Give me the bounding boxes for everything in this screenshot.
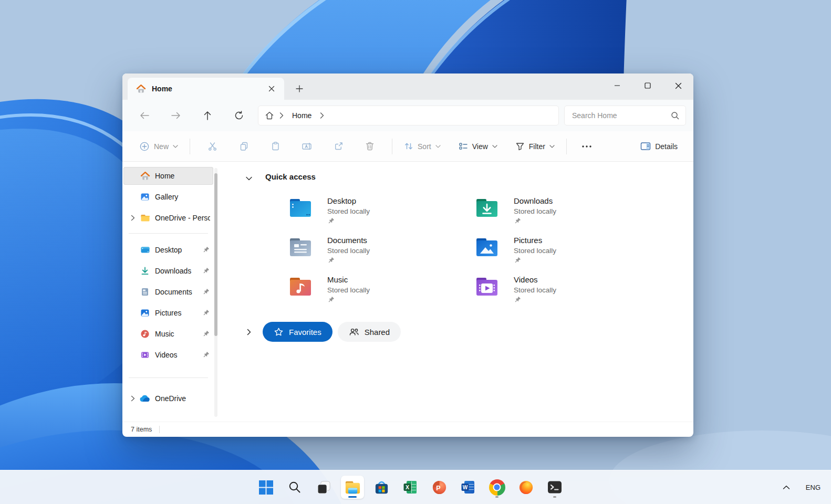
powerpoint-button[interactable]: P — [428, 476, 451, 499]
music-icon — [140, 329, 150, 339]
quick-access-header[interactable]: Quick access — [265, 172, 316, 181]
start-button[interactable] — [254, 476, 277, 499]
sort-arrows-icon — [404, 142, 413, 151]
sidebar-item-onedrive-personal[interactable]: OneDrive - Perso — [123, 209, 213, 227]
folder-status: Stored locally — [327, 246, 370, 256]
folder-item-music[interactable]: Music Stored locally — [288, 274, 474, 302]
command-toolbar: New Sort — [122, 131, 693, 162]
pin-icon — [514, 296, 556, 303]
chrome-button[interactable] — [485, 476, 508, 499]
close-icon[interactable] — [663, 74, 693, 98]
people-icon — [349, 327, 359, 337]
folder-name: Documents — [327, 235, 370, 246]
pin-icon — [327, 257, 370, 264]
filter-button[interactable]: Filter — [510, 139, 560, 154]
taskbar-search-button[interactable] — [283, 476, 306, 499]
folder-item-downloads[interactable]: Downloads Stored locally — [474, 195, 661, 223]
expand-chevron-icon[interactable] — [129, 215, 137, 221]
sidebar-item-onedrive[interactable]: OneDrive — [123, 390, 213, 407]
share-icon[interactable] — [326, 136, 350, 156]
chevron-down-icon[interactable] — [244, 173, 254, 184]
pin-icon — [514, 257, 556, 264]
word-icon: W — [460, 479, 476, 495]
sidebar-item-home[interactable]: Home — [123, 167, 213, 185]
favorites-pill-label: Favorites — [289, 328, 321, 337]
shared-pill[interactable]: Shared — [338, 322, 401, 342]
forward-icon[interactable] — [165, 106, 186, 125]
copy-icon[interactable] — [232, 136, 256, 156]
maximize-icon[interactable] — [632, 74, 663, 98]
terminal-button[interactable] — [543, 476, 566, 499]
sidebar-item-desktop[interactable]: Desktop — [123, 241, 213, 259]
terminal-icon — [547, 479, 563, 495]
tab-close-icon[interactable] — [264, 81, 279, 96]
chevron-down-icon — [435, 145, 441, 148]
breadcrumb-home-icon[interactable] — [265, 111, 274, 120]
filter-button-label: Filter — [529, 142, 545, 151]
sidebar-item-label: Gallery — [155, 193, 210, 201]
task-view-button[interactable] — [312, 476, 335, 499]
documents-folder-icon — [288, 235, 313, 260]
folder-item-pictures[interactable]: Pictures Stored locally — [474, 235, 661, 262]
sidebar-item-label: Downloads — [155, 267, 202, 275]
sidebar-scrollbar[interactable] — [214, 168, 217, 417]
svg-text:P: P — [436, 484, 440, 491]
sidebar-item-videos[interactable]: Videos — [123, 346, 213, 364]
expand-chevron-icon[interactable] — [129, 395, 137, 402]
firefox-button[interactable] — [514, 476, 537, 499]
chevron-down-icon — [173, 145, 178, 148]
sidebar-item-documents[interactable]: Documents — [123, 283, 213, 301]
search-box[interactable] — [564, 106, 686, 125]
word-button[interactable]: W — [456, 476, 480, 499]
breadcrumb-home[interactable]: Home — [292, 111, 311, 120]
microsoft-store-button[interactable] — [370, 476, 393, 499]
search-input[interactable] — [571, 111, 671, 120]
back-icon[interactable] — [134, 106, 155, 125]
folder-item-videos[interactable]: Videos Stored locally — [474, 274, 661, 302]
running-indicator — [495, 496, 498, 498]
sidebar-item-gallery[interactable]: Gallery — [123, 188, 213, 206]
view-button[interactable]: View — [453, 139, 503, 154]
language-indicator[interactable]: ENG — [806, 484, 820, 491]
file-explorer-button[interactable] — [341, 476, 364, 499]
paste-icon[interactable] — [263, 136, 287, 156]
rename-icon[interactable] — [295, 136, 319, 156]
svg-text:W: W — [463, 485, 468, 490]
details-button[interactable]: Details — [635, 139, 683, 154]
sidebar-item-label: Documents — [155, 288, 202, 296]
sort-button[interactable]: Sort — [399, 139, 446, 154]
new-button[interactable]: New — [134, 138, 183, 155]
tray-chevron-up-icon[interactable] — [783, 482, 790, 492]
folder-status: Stored locally — [327, 285, 370, 295]
sidebar-item-downloads[interactable]: Downloads — [123, 262, 213, 280]
pictures-icon — [140, 308, 150, 318]
refresh-icon[interactable] — [228, 106, 250, 125]
sidebar-scrollbar-thumb[interactable] — [214, 173, 217, 336]
sidebar-item-pictures[interactable]: Pictures — [123, 304, 213, 322]
section-pills: Favorites Shared — [263, 322, 401, 342]
delete-icon[interactable] — [358, 136, 382, 156]
up-icon[interactable] — [197, 106, 218, 125]
tab-home[interactable]: Home — [128, 78, 284, 100]
minimize-icon[interactable] — [602, 74, 632, 98]
system-tray: ENG — [783, 470, 824, 504]
chevron-down-icon — [492, 145, 497, 148]
documents-icon — [140, 287, 150, 297]
downloads-icon — [140, 266, 150, 276]
favorites-pill[interactable]: Favorites — [263, 322, 333, 342]
address-bar[interactable]: Home — [258, 106, 559, 125]
chevron-right-icon[interactable] — [320, 112, 324, 119]
gallery-icon — [140, 192, 150, 202]
sidebar-item-label: Home — [155, 172, 210, 180]
new-tab-icon[interactable] — [292, 81, 307, 97]
cut-icon[interactable] — [200, 136, 224, 156]
videos-folder-icon — [474, 274, 500, 299]
chevron-right-icon[interactable] — [244, 327, 254, 337]
search-icon[interactable] — [671, 111, 679, 120]
sidebar-item-music[interactable]: Music — [123, 325, 213, 343]
chrome-icon — [489, 479, 505, 496]
folder-item-documents[interactable]: Documents Stored locally — [288, 235, 474, 262]
folder-item-desktop[interactable]: Desktop Stored locally — [288, 195, 474, 223]
more-options-icon[interactable] — [577, 136, 597, 156]
excel-button[interactable]: X — [399, 476, 422, 499]
